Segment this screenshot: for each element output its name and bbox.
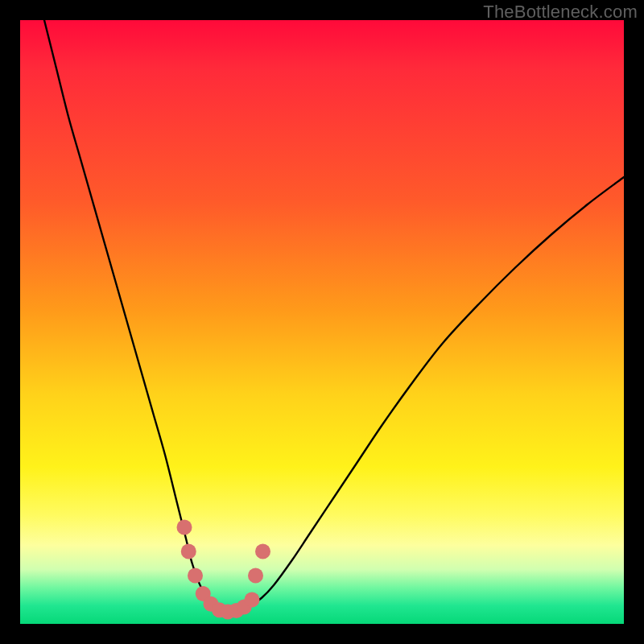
watermark-text: TheBottleneck.com	[483, 2, 638, 23]
chart-frame: TheBottleneck.com	[0, 0, 644, 644]
bottleneck-curve	[44, 20, 624, 612]
highlight-dots	[177, 520, 271, 620]
highlight-dot	[245, 592, 260, 608]
highlight-dot	[177, 520, 192, 535]
chart-svg	[20, 20, 624, 624]
highlight-dot	[255, 544, 270, 559]
chart-plot-area	[20, 20, 624, 624]
highlight-dot	[248, 568, 263, 584]
highlight-dot	[181, 544, 196, 559]
highlight-dot	[188, 568, 203, 584]
